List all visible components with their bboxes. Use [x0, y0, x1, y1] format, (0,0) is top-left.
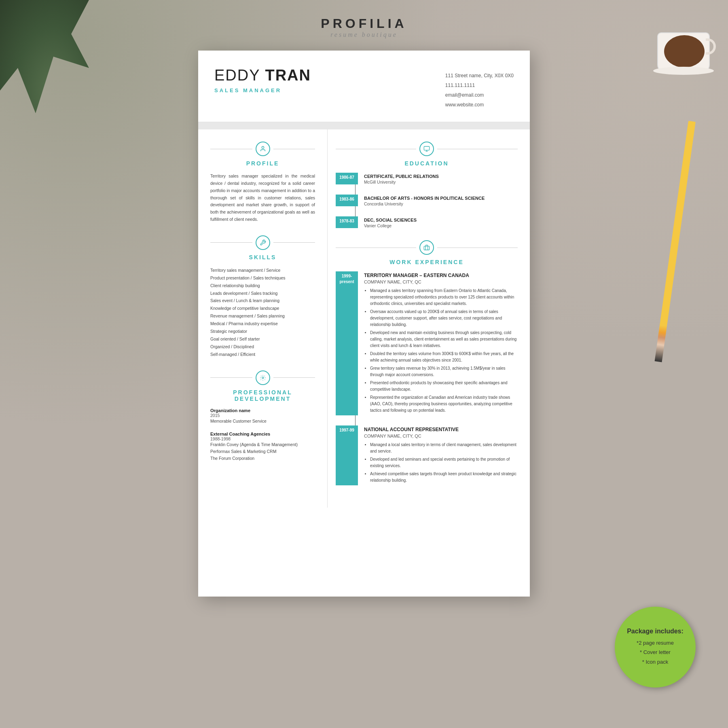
profile-title-row: PROFILE — [246, 160, 279, 167]
contact-website: www.website.com — [445, 100, 514, 110]
first-name: EDDY — [214, 67, 260, 84]
left-column: PROFILE Territory sales manager speciali… — [198, 129, 328, 508]
skills-list: Territory sales management / ServiceProd… — [210, 267, 315, 358]
education-timeline-item: 1986-87 CERTIFICATE, PUBLIC RELATIONS Mc… — [336, 173, 518, 184]
resume-job-title: SALES MANAGER — [214, 87, 311, 93]
divider-line-right — [273, 149, 315, 149]
edu-content: BACHELOR OF ARTS - HONORS IN POLITICAL S… — [364, 195, 518, 206]
work-bullet: Grew territory sales revenue by 30% in 2… — [370, 365, 518, 378]
svg-rect-5 — [424, 246, 429, 250]
profile-section-title: PROFILE — [246, 160, 279, 167]
work-bullet: Presented orthodontic products by showca… — [370, 380, 518, 393]
skill-item: Product presentation / Sales techniques — [210, 274, 315, 282]
skill-item: Revenue management / Sales planning — [210, 312, 315, 320]
coffee-cup-decoration — [651, 12, 716, 77]
edu-school: McGill University — [364, 180, 518, 184]
profdev-org-1: Organization name — [210, 408, 315, 413]
divider-line-left — [210, 149, 252, 149]
edu-date: 1986-87 — [336, 173, 358, 184]
skill-item: Strategic negotiator — [210, 328, 315, 335]
edu-content: DEC, SOCIAL SCIENCES Vanier College — [364, 216, 518, 228]
profdev-entry-2: External Coaching Agencies 1988-1998 Fra… — [210, 432, 315, 461]
profile-icon — [256, 142, 270, 156]
package-item-2: * Cover letter — [637, 648, 674, 657]
package-item-1: *2 page resume — [637, 638, 674, 648]
work-company: COMPANY NAME, CITY, QC — [364, 279, 518, 284]
education-section-header: EDUCATION — [336, 142, 518, 167]
gray-stripe — [198, 122, 530, 129]
header-left: EDDY TRAN SALES MANAGER — [214, 67, 311, 93]
profile-divider — [210, 142, 315, 156]
brand-subtitle: resume boutique — [321, 31, 407, 38]
skills-divider — [210, 235, 315, 250]
svg-rect-2 — [424, 146, 429, 150]
work-bullet: Oversaw accounts valued up to 200K$ of a… — [370, 309, 518, 328]
work-bullet: Achieved competitive sales targets throu… — [370, 471, 518, 484]
resume-header: EDDY TRAN SALES MANAGER 111 Street name,… — [198, 51, 530, 122]
resume-body: PROFILE Territory sales manager speciali… — [198, 129, 530, 508]
package-badge-items: *2 page resume * Cover letter * Icon pac… — [637, 638, 674, 667]
profdev-icon — [256, 370, 270, 385]
edu-degree: BACHELOR OF ARTS - HONORS IN POLITICAL S… — [364, 196, 518, 201]
work-bullet: Managed a local sales territory in terms… — [370, 442, 518, 455]
work-title: NATIONAL ACCOUNT REPRESENTATIVE — [364, 427, 518, 432]
education-timeline-item: 1978-83 DEC, SOCIAL SCIENCES Vanier Coll… — [336, 216, 518, 228]
education-timeline-item: 1983-86 BACHELOR OF ARTS - HONORS IN POL… — [336, 195, 518, 206]
resume-paper: EDDY TRAN SALES MANAGER 111 Street name,… — [198, 51, 530, 597]
work-timeline-item: 1999- present TERRITORY MANAGER – EASTER… — [336, 271, 518, 415]
edu-school: Concordia University — [364, 201, 518, 206]
work-bullet: Represented the organization at Canadian… — [370, 394, 518, 414]
plant-decoration — [0, 0, 89, 113]
skill-item: Sales event / Lunch & learn planning — [210, 297, 315, 305]
contact-email: email@email.com — [445, 90, 514, 100]
skills-section-title: SKILLS — [249, 254, 277, 260]
education-timeline: 1986-87 CERTIFICATE, PUBLIC RELATIONS Mc… — [336, 173, 518, 228]
work-bullets-list: Managed a local sales territory in terms… — [364, 442, 518, 484]
skills-section-header: SKILLS — [210, 235, 315, 260]
package-badge-title: Package includes: — [627, 628, 684, 635]
work-content: TERRITORY MANAGER – EASTERN CANADA COMPA… — [364, 271, 518, 415]
brand-header: PROFILIA resume boutique — [321, 16, 407, 38]
profdev-detail-item: Franklin Covey (Agenda & Time Management… — [210, 441, 315, 448]
work-company: COMPANY NAME, CITY, QC — [364, 434, 518, 438]
skill-item: Knowledge of competitive landscape — [210, 305, 315, 312]
work-bullet: Developed new and maintain existing busi… — [370, 330, 518, 349]
work-title: TERRITORY MANAGER – EASTERN CANADA — [364, 273, 518, 278]
work-bullet: Doubled the territory sales volume from … — [370, 351, 518, 364]
edu-degree: CERTIFICATE, PUBLIC RELATIONS — [364, 174, 518, 179]
edu-content: CERTIFICATE, PUBLIC RELATIONS McGill Uni… — [364, 173, 518, 184]
contact-phone: 111.111.1111 — [445, 80, 514, 90]
skill-item: Leads development / Sales tracking — [210, 290, 315, 297]
work-date: 1999- present — [336, 271, 358, 415]
profile-section-header: PROFILE — [210, 142, 315, 167]
profdev-detail-1: Memorable Customer Service — [210, 418, 315, 425]
edu-school: Vanier College — [364, 223, 518, 228]
last-name: TRAN — [265, 67, 311, 84]
profile-text: Territory sales manager specialized in t… — [210, 173, 315, 223]
work-section-header: WORK EXPERIENCE — [336, 240, 518, 265]
skill-item: Territory sales management / Service — [210, 267, 315, 274]
skills-icon — [256, 235, 270, 250]
skill-item: Client relationship building — [210, 282, 315, 290]
profdev-year-1: 2015 — [210, 413, 315, 418]
profdev-detail-item: The Forum Corporation — [210, 455, 315, 462]
right-column: EDUCATION 1986-87 CERTIFICATE, PUBLIC RE… — [328, 129, 530, 508]
profdev-detail-2: Franklin Covey (Agenda & Time Management… — [210, 441, 315, 461]
edu-date: 1983-86 — [336, 195, 358, 206]
profdev-section-header: PROFESSIONALDEVELOPMENT — [210, 370, 315, 402]
pencil-decoration — [655, 121, 696, 362]
work-bullet: Managed a sales territory spanning from … — [370, 288, 518, 307]
edu-degree: DEC, SOCIAL SCIENCES — [364, 218, 518, 222]
skill-item: Self-managed / Efficient — [210, 351, 315, 358]
svg-point-0 — [262, 146, 264, 148]
education-section-title: EDUCATION — [404, 160, 449, 167]
profdev-org-2: External Coaching Agencies — [210, 432, 315, 436]
work-content: NATIONAL ACCOUNT REPRESENTATIVE COMPANY … — [364, 425, 518, 485]
profdev-entry-1: Organization name 2015 Memorable Custome… — [210, 408, 315, 425]
education-icon — [419, 142, 434, 156]
skill-item: Goal oriented / Self starter — [210, 335, 315, 343]
skill-item: Medical / Pharma industry expertise — [210, 320, 315, 328]
package-item-3: * Icon pack — [637, 657, 674, 667]
profdev-detail-item: Performax Sales & Marketing CRM — [210, 448, 315, 455]
resume-name: EDDY TRAN — [214, 67, 311, 84]
